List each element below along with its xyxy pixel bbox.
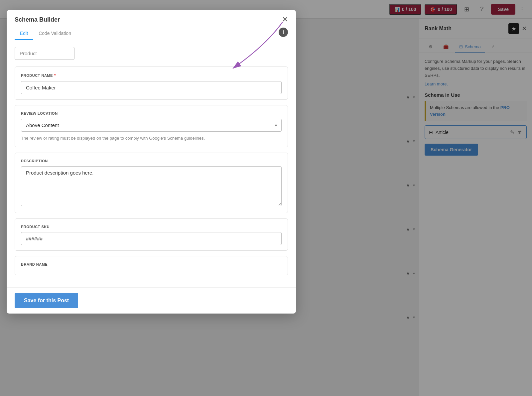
review-location-select[interactable]: Above Content Below Content None bbox=[21, 119, 282, 132]
review-location-section: REVIEW LOCATION Above Content Below Cont… bbox=[15, 105, 288, 147]
modal-header: Schema Builder ✕ bbox=[7, 10, 296, 23]
product-sku-section: PRODUCT SKU bbox=[15, 218, 288, 251]
product-name-label: PRODUCT NAME * bbox=[21, 73, 282, 78]
modal-close-button[interactable]: ✕ bbox=[282, 16, 288, 23]
info-icon-wrapper: i bbox=[279, 27, 288, 40]
schema-type-input[interactable] bbox=[15, 47, 74, 60]
product-name-section: PRODUCT NAME * bbox=[15, 66, 288, 100]
modal-tabs: Edit Code Validation i bbox=[7, 27, 296, 40]
modal-footer: Save for this Post bbox=[7, 287, 296, 314]
review-location-helper: The review or rating must be displayed o… bbox=[21, 135, 282, 142]
modal-overlay: Schema Builder ✕ Edit Code Validation i … bbox=[0, 0, 532, 396]
modal-body: PRODUCT NAME * REVIEW LOCATION Above Con… bbox=[7, 40, 296, 287]
brand-name-label: BRAND NAME bbox=[21, 262, 282, 266]
required-star: * bbox=[54, 73, 56, 78]
description-textarea[interactable]: Product description goes here. bbox=[21, 166, 282, 206]
tab-edit[interactable]: Edit bbox=[15, 27, 33, 40]
save-for-post-button[interactable]: Save for this Post bbox=[15, 293, 78, 308]
review-location-label: REVIEW LOCATION bbox=[21, 111, 282, 115]
modal-title: Schema Builder bbox=[15, 16, 60, 23]
brand-name-section: BRAND NAME bbox=[15, 256, 288, 275]
product-sku-label: PRODUCT SKU bbox=[21, 225, 282, 229]
tab-code-validation[interactable]: Code Validation bbox=[33, 27, 76, 40]
schema-builder-modal: Schema Builder ✕ Edit Code Validation i … bbox=[7, 10, 296, 314]
info-icon[interactable]: i bbox=[279, 28, 288, 37]
review-location-select-wrapper: Above Content Below Content None ▾ bbox=[21, 119, 282, 132]
description-label: DESCRIPTION bbox=[21, 159, 282, 163]
description-section: DESCRIPTION Product description goes her… bbox=[15, 153, 288, 213]
product-sku-input[interactable] bbox=[21, 232, 282, 245]
product-name-input[interactable] bbox=[21, 81, 282, 94]
